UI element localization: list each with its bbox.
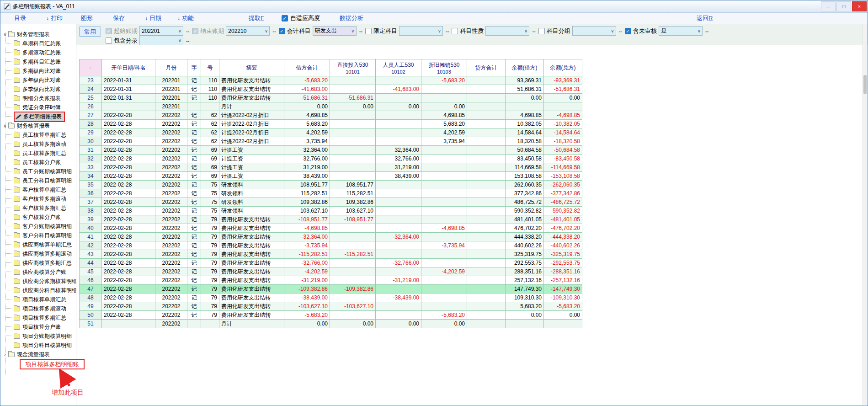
sidebar-item[interactable]: ∨财务核算报表	[0, 121, 76, 130]
row-number-cell[interactable]: 36	[80, 189, 102, 198]
row-number-cell[interactable]: 43	[80, 250, 102, 259]
toolbar-date-button[interactable]: ↓日期	[145, 14, 161, 22]
sidebar-item[interactable]: 多栏明细账报表	[0, 112, 76, 121]
row-number-cell[interactable]: 49	[80, 302, 102, 311]
column-header-date[interactable]: 开单日期/科名	[102, 59, 155, 76]
sidebar-item[interactable]: 供应商核算单期汇总	[0, 240, 76, 249]
sidebar-item[interactable]: 员工分账期核算明细	[0, 167, 76, 176]
table-row[interactable]: 26202201月计0.000.000.000.00	[80, 102, 582, 111]
sidebar-item[interactable]: ∨财务管理报表	[0, 30, 76, 39]
column-header-balance-debit[interactable]: 余额(借方)	[506, 59, 544, 76]
sidebar-item[interactable]: 员工核算单期汇总	[0, 130, 76, 139]
sidebar-item[interactable]: 项目分账期核算明细	[0, 331, 76, 341]
column-header-month[interactable]: 月份	[155, 59, 187, 76]
table-row[interactable]: 472022-02-28202202记79费用化研发支出结转-109,382.8…	[80, 285, 582, 294]
account-subject-checkbox[interactable]: ✓	[279, 28, 285, 34]
chevron-right-icon[interactable]: ›	[2, 352, 8, 357]
table-row[interactable]: 382022-02-28202202记75研发领料103,627.10103,6…	[80, 207, 582, 215]
end-period-dropdown[interactable]: 202210∨	[226, 26, 270, 36]
table-row[interactable]: 51202202月计0.000.000.000.00	[80, 320, 582, 328]
row-number-cell[interactable]: 32	[80, 155, 102, 163]
toolbar-catalog-button[interactable]: 目录	[14, 14, 26, 22]
row-number-cell[interactable]: 31	[80, 146, 102, 155]
table-row[interactable]: 242022-01-31202201记110费用化研发支出结转-41,683.0…	[80, 85, 582, 94]
subject-group-dropdown[interactable]: ∨	[572, 26, 616, 36]
toolbar-function-button[interactable]: ↓功能	[177, 14, 194, 22]
column-header-credit-total[interactable]: 贷方合计	[467, 59, 506, 76]
column-header-c10103[interactable]: 折旧摊销53010103	[421, 59, 467, 76]
start-period-checkbox[interactable]: ✓	[106, 28, 112, 34]
table-row[interactable]: 332022-02-28202202记69计提工资31,219.0031,219…	[80, 163, 582, 172]
row-number-cell[interactable]: 30	[80, 137, 102, 146]
table-row[interactable]: 312022-02-28202202记69计提工资32,364.0032,364…	[80, 146, 582, 155]
row-number-cell[interactable]: 23	[80, 76, 102, 85]
sidebar-item[interactable]: 客户核算分户账	[0, 213, 76, 222]
chevron-down-icon[interactable]: ∨	[2, 32, 8, 37]
vertical-scrollbar[interactable]	[863, 24, 867, 405]
minimize-button[interactable]: –	[821, 1, 836, 11]
sidebar-item[interactable]: 供应商核算多期滚动	[0, 249, 76, 258]
sidebar-item[interactable]: 项目核算多期滚动	[0, 304, 76, 313]
sidebar-item[interactable]: 客户分科目核算明细	[0, 231, 76, 240]
scrollbar-thumb[interactable]	[863, 75, 867, 94]
maximize-button[interactable]: □	[836, 1, 851, 11]
row-number-cell[interactable]: 29	[80, 128, 102, 137]
table-row[interactable]: 402022-02-28202202记79费用化研发支出结转-4,698.85-…	[80, 224, 582, 233]
row-number-cell[interactable]: 35	[80, 181, 102, 189]
row-number-cell[interactable]: 26	[80, 102, 102, 111]
include-entries-checkbox[interactable]	[106, 37, 112, 44]
table-row[interactable]: 462022-02-28202202记79费用化研发支出结转-31,219.00…	[80, 276, 582, 285]
table-row[interactable]: 342022-02-28202202记69计提工资38,439.0038,439…	[80, 172, 582, 181]
table-row[interactable]: 412022-02-28202202记79费用化研发支出结转-32,364.00…	[80, 233, 582, 241]
row-number-cell[interactable]: 34	[80, 172, 102, 181]
sidebar-item[interactable]: 多期滚动汇总账	[0, 48, 76, 57]
row-number-cell[interactable]: 38	[80, 207, 102, 215]
sidebar-item[interactable]: 项目核算单期汇总	[0, 295, 76, 304]
column-header-balance-credit[interactable]: 余额(兑方)	[544, 59, 582, 76]
table-row[interactable]: 232022-01-31202201记110费用化研发支出结转-5,683.20…	[80, 76, 582, 85]
column-header-debit-total[interactable]: 借方合计	[284, 59, 330, 76]
sidebar-item[interactable]: 员工核算多期滚动	[0, 139, 76, 149]
table-row[interactable]: 352022-02-28202202记75研发领料108,951.77108,9…	[80, 181, 582, 189]
column-header-hao[interactable]: 号	[201, 59, 219, 76]
row-number-cell[interactable]: 50	[80, 311, 102, 320]
toolbar-print-button[interactable]: ↓打印	[46, 14, 63, 22]
table-row[interactable]: 362022-02-28202202记75研发领料115,282.51115,2…	[80, 189, 582, 198]
table-row[interactable]: 292022-02-28202202记62计提2022-02月折旧4,202.5…	[80, 128, 582, 137]
sidebar-item[interactable]: 项目分科目核算明细	[0, 341, 76, 350]
column-header-c10101[interactable]: 直接投入53010101	[330, 59, 376, 76]
row-number-cell[interactable]: 33	[80, 163, 102, 172]
row-number-cell[interactable]: 51	[80, 320, 102, 328]
sidebar-item[interactable]: 凭证分录序时簿	[0, 103, 76, 112]
limited-subject-checkbox[interactable]	[365, 28, 372, 34]
sidebar-item[interactable]: 多季纵向比对账	[0, 85, 76, 94]
table-row[interactable]: 502022-02-28202202记79费用化研发支出结转-5,683.20-…	[80, 311, 582, 320]
sidebar-item[interactable]: 多期纵向比对账	[0, 66, 76, 75]
row-number-cell[interactable]: 42	[80, 241, 102, 250]
table-row[interactable]: 492022-02-28202202记79费用化研发支出结转-103,627.1…	[80, 302, 582, 311]
sidebar-item[interactable]: 供应商分科目核算明细	[0, 286, 76, 295]
row-number-cell[interactable]: 48	[80, 294, 102, 302]
row-number-cell[interactable]: 41	[80, 233, 102, 241]
table-row[interactable]: 322022-02-28202202记69计提工资32,766.0032,766…	[80, 155, 582, 163]
sidebar-item[interactable]: 客户分账期核算明细	[0, 222, 76, 231]
include-unaudited-dropdown[interactable]: 是∨	[659, 26, 703, 36]
sidebar-item[interactable]: 项目核算多期汇总	[0, 313, 76, 322]
table-row[interactable]: 452022-02-28202202记79费用化研发支出结转-4,202.59-…	[80, 267, 582, 276]
sidebar-item[interactable]: 员工分科目核算明细	[0, 176, 76, 185]
row-number-cell[interactable]: 40	[80, 224, 102, 233]
account-subject-dropdown[interactable]: 研发支出∨	[313, 26, 357, 36]
table-row[interactable]: 372022-02-28202202记75研发领料109,382.86109,3…	[80, 198, 582, 207]
column-header-zi[interactable]: 字	[187, 59, 201, 76]
sidebar-item[interactable]: 项目核算分户账	[0, 322, 76, 331]
row-number-cell[interactable]: 25	[80, 94, 102, 102]
table-row[interactable]: 392022-02-28202202记79费用化研发支出结转-108,951.7…	[80, 215, 582, 224]
column-header-c10102[interactable]: 人员人工53010102	[376, 59, 421, 76]
sidebar-item[interactable]: 供应商核算分户账	[0, 267, 76, 277]
sidebar-item[interactable]: 明细分类账报表	[0, 94, 76, 103]
common-button[interactable]: 常用	[79, 27, 101, 37]
end-period-checkbox[interactable]: ✓	[192, 28, 198, 34]
sidebar-item[interactable]: 单期科目汇总账	[0, 39, 76, 48]
limited-subject-dropdown[interactable]: ∨	[399, 26, 443, 36]
table-row[interactable]: 252022-01-31202201记110费用化研发支出结转-51,686.3…	[80, 94, 582, 102]
